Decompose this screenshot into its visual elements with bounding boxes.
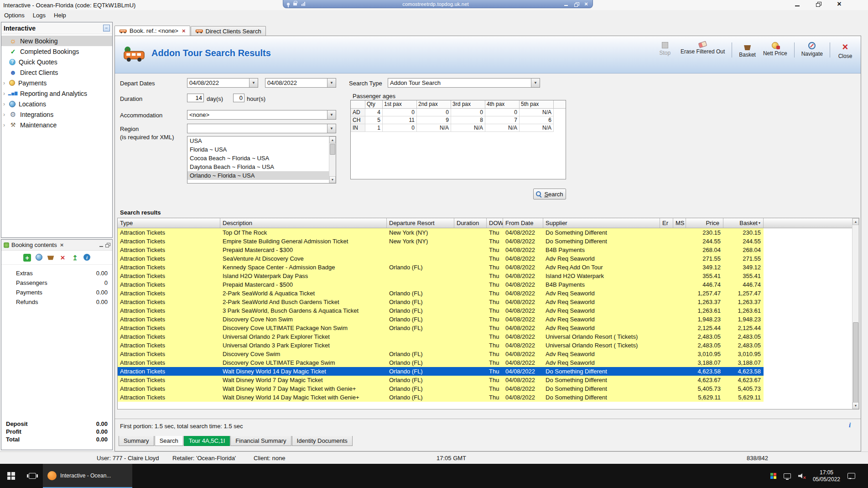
action-center-icon[interactable] (847, 473, 855, 479)
table-row[interactable]: Attraction Tickets 3 Park SeaWorld, Busc… (118, 306, 764, 315)
table-row[interactable]: Attraction Tickets Walt Disney World 7 D… (118, 376, 764, 384)
sidebar-item[interactable]: Quick Quotes (1, 57, 112, 67)
column-header[interactable]: Duration (454, 218, 487, 228)
bottom-tab[interactable]: Identity Documents (292, 436, 353, 446)
table-row[interactable]: Attraction Tickets Discovery Cove Swim O… (118, 350, 764, 358)
scroll-down-icon[interactable]: ▼ (329, 176, 336, 183)
column-header[interactable]: Departure Resort (387, 218, 454, 228)
passenger-age-cell[interactable]: N/A (485, 124, 520, 132)
rdp-restore-button[interactable] (573, 1, 579, 7)
search-button[interactable]: Search (533, 189, 566, 199)
table-row[interactable]: Attraction Tickets Universal Orlando 3 P… (118, 341, 764, 350)
column-header[interactable]: From Date (503, 218, 543, 228)
dropdown-arrow-icon[interactable] (531, 79, 540, 87)
table-row[interactable]: Attraction Tickets Empire State Building… (118, 237, 764, 246)
table-row[interactable]: Attraction Tickets Walt Disney World 7 D… (118, 384, 764, 393)
volume-muted-icon[interactable] (798, 473, 806, 479)
column-header[interactable]: DOW (487, 218, 503, 228)
depart-date-from-combo[interactable]: 04/08/2022 (187, 78, 258, 88)
passenger-age-cell[interactable]: 0 (417, 109, 451, 116)
passenger-age-cell[interactable]: 0 (383, 124, 417, 132)
dropdown-arrow-icon[interactable] (249, 79, 258, 87)
booking-panel-close-icon[interactable]: × (60, 241, 64, 248)
region-list-item[interactable]: Florida ~ USA (187, 145, 329, 154)
bottom-tab[interactable]: Summary (119, 436, 154, 446)
expand-chevron-icon[interactable] (3, 122, 9, 128)
booking-toolbar-icon[interactable] (59, 254, 67, 262)
toolbar-button[interactable]: Erase Filtered Out (677, 41, 728, 59)
expand-chevron-icon[interactable] (3, 101, 9, 107)
duration-days-input[interactable] (187, 94, 204, 102)
menu-item[interactable]: Logs (29, 10, 50, 20)
menu-item[interactable]: Options (0, 10, 29, 20)
task-view-button[interactable] (22, 464, 43, 488)
sidebar-item[interactable]: Payments (1, 78, 112, 88)
document-tab[interactable]: Book. ref.: <none> × (114, 26, 190, 36)
expand-chevron-icon[interactable] (3, 111, 9, 118)
network-display-icon[interactable] (784, 473, 791, 478)
table-row[interactable]: Attraction Tickets Top Of The Rock New Y… (118, 228, 764, 237)
sidebar-item[interactable]: Locations (1, 99, 112, 109)
booking-toolbar-icon[interactable] (47, 254, 54, 260)
table-row[interactable]: Attraction Tickets 2-Park SeaWorld And B… (118, 298, 764, 306)
passenger-qty-cell[interactable]: 4 (365, 109, 383, 116)
region-list-item[interactable]: Daytona Beach ~ Florida ~ USA (187, 163, 329, 171)
passenger-age-cell[interactable]: 6 (520, 116, 554, 124)
duration-hours-input[interactable] (233, 94, 244, 102)
tab-close-icon[interactable]: × (182, 27, 186, 34)
table-row[interactable]: Attraction Tickets Kennedy Space Center … (118, 263, 764, 272)
booking-toolbar-icon[interactable] (71, 254, 79, 262)
sidebar-item[interactable]: Reporting and Analytics (1, 88, 112, 99)
search-type-combo[interactable]: Addon Tour Search (388, 78, 540, 88)
booking-toolbar-icon[interactable] (36, 254, 42, 261)
passenger-age-cell[interactable]: 8 (451, 116, 485, 124)
column-header[interactable]: Type (118, 218, 220, 228)
table-row[interactable]: Attraction Tickets 2-Park SeaWorld & Aqu… (118, 289, 764, 298)
table-row[interactable]: Attraction Tickets Walt Disney World 14 … (118, 393, 764, 402)
expand-chevron-icon[interactable] (3, 80, 9, 86)
minimize-button[interactable] (794, 1, 801, 7)
column-header[interactable]: Description (220, 218, 387, 228)
booking-panel-minimize-icon[interactable] (99, 246, 103, 247)
passenger-age-cell[interactable]: 11 (383, 116, 417, 124)
table-row[interactable]: Attraction Tickets SeaVenture At Discove… (118, 254, 764, 263)
toolbar-button[interactable]: Navigate (798, 41, 826, 59)
sidebar-item[interactable]: Direct Clients (1, 67, 112, 78)
table-row[interactable]: Attraction Tickets Discovery Cove ULTIMA… (118, 324, 764, 332)
region-list-item[interactable]: Orlando ~ Florida ~ USA (187, 171, 329, 180)
sidebar-item[interactable]: Completed Bookings (1, 46, 112, 57)
close-button[interactable]: × (836, 1, 843, 7)
table-row[interactable]: Attraction Tickets Prepaid Mastercard - … (118, 280, 764, 289)
table-row[interactable]: Attraction Tickets Discovery Cove Non Sw… (118, 315, 764, 324)
region-list-item[interactable]: Cocoa Beach ~ Florida ~ USA (187, 154, 329, 163)
passenger-age-cell[interactable]: 7 (485, 116, 520, 124)
sidebar-item[interactable]: New Booking (1, 36, 112, 46)
column-header[interactable]: MS (673, 218, 686, 228)
table-row[interactable]: Attraction Tickets Prepaid Mastercard - … (118, 246, 764, 254)
scroll-up-icon[interactable]: ▲ (329, 136, 336, 143)
dropdown-arrow-icon[interactable] (327, 124, 336, 133)
collapse-panel-icon[interactable]: − (103, 25, 110, 31)
document-tab[interactable]: Direct Clients Search × (191, 26, 266, 36)
pin-icon[interactable] (287, 3, 290, 5)
taskbar-app-button[interactable]: Interactive - Ocean... (43, 464, 132, 488)
scroll-up-icon[interactable]: ▲ (852, 218, 859, 225)
tray-app-icon[interactable] (770, 473, 776, 479)
region-list-scrollbar[interactable]: ▲ ▼ (329, 136, 336, 183)
column-header[interactable]: Supplier (543, 218, 660, 228)
results-scrollbar[interactable]: ▲ ▼ (852, 218, 859, 409)
bottom-tab[interactable]: Financial Summary (230, 436, 291, 446)
passenger-qty-cell[interactable]: 5 (365, 116, 383, 124)
depart-date-to-combo[interactable]: 04/08/2022 (265, 78, 336, 88)
menu-item[interactable]: Help (50, 10, 70, 20)
booking-toolbar-icon[interactable] (83, 254, 90, 261)
passenger-age-cell[interactable]: N/A (451, 124, 485, 132)
passenger-age-cell[interactable]: 0 (383, 109, 417, 116)
scroll-down-icon[interactable]: ▼ (852, 402, 859, 409)
column-header[interactable]: Basket ▾ (723, 218, 764, 228)
column-header[interactable]: Er (660, 218, 673, 228)
sidebar-item[interactable]: Integrations (1, 109, 112, 120)
table-row[interactable]: Attraction Tickets Discovery Cove ULTIMA… (118, 358, 764, 367)
toolbar-button[interactable]: Nett Price (759, 41, 791, 59)
table-row[interactable]: Attraction Tickets Walt Disney World 14 … (118, 367, 764, 376)
